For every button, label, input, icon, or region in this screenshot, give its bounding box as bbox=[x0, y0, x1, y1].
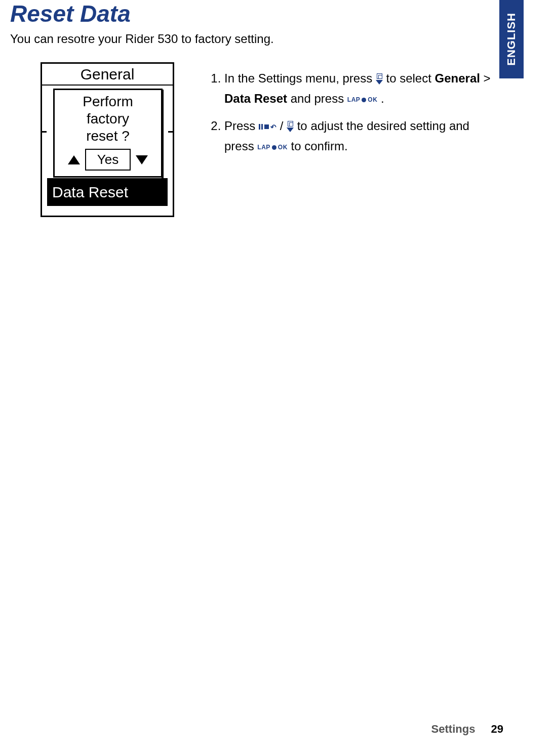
device-tick-left bbox=[41, 131, 47, 133]
page-footer: Settings 29 bbox=[431, 723, 503, 736]
up-arrow-icon bbox=[68, 155, 80, 164]
page-down-icon bbox=[287, 121, 294, 132]
down-arrow-icon bbox=[136, 155, 148, 164]
language-tab-label: ENGLISH bbox=[505, 13, 518, 66]
step-1-text-d: . bbox=[381, 92, 384, 105]
language-tab: ENGLISH bbox=[499, 0, 524, 78]
step-1-text-b: to select bbox=[386, 71, 435, 85]
ok-label: OK bbox=[368, 90, 377, 110]
footer-section: Settings bbox=[431, 723, 476, 735]
step-2-text-a: Press bbox=[224, 119, 259, 133]
intro-text: You can resotre your Rider 530 to factor… bbox=[10, 32, 274, 46]
device-dialog-option: Yes bbox=[85, 149, 131, 171]
stop-icon bbox=[264, 124, 269, 129]
lap-ok-icon: LAP OK bbox=[257, 137, 288, 157]
record-dot-icon bbox=[272, 145, 276, 150]
lap-ok-icon: LAP OK bbox=[347, 90, 378, 110]
device-screen-title: General bbox=[42, 64, 173, 86]
ok-label: OK bbox=[278, 137, 288, 157]
lap-label: LAP bbox=[257, 137, 270, 157]
dialog-line-3: reset ? bbox=[55, 128, 161, 145]
step-2-slash: / bbox=[280, 119, 287, 133]
step-1-text-c: and press bbox=[291, 92, 347, 105]
device-dialog: Perform factory reset ? Yes bbox=[53, 89, 163, 178]
step-1-gt: > bbox=[484, 71, 491, 85]
pause-stop-back-icon: ↶ bbox=[259, 124, 276, 130]
step-1-general: General bbox=[435, 71, 480, 85]
page-down-icon bbox=[376, 73, 383, 85]
pause-icon bbox=[259, 124, 263, 130]
device-screen-body: Data Reset Perform factory reset ? Yes bbox=[42, 86, 173, 216]
step-1: In the Settings menu, press to select Ge… bbox=[224, 68, 493, 110]
back-icon: ↶ bbox=[270, 124, 276, 130]
dialog-line-1: Perform bbox=[55, 93, 161, 110]
lap-label: LAP bbox=[347, 90, 361, 110]
step-1-datareset: Data Reset bbox=[224, 92, 287, 105]
record-dot-icon bbox=[362, 98, 366, 102]
manual-page: ENGLISH Reset Data You can resotre your … bbox=[0, 0, 554, 756]
device-screen: General Data Reset Perform factory reset… bbox=[41, 62, 174, 217]
step-2: Press ↶ / to adjust the desired setting … bbox=[224, 116, 493, 157]
dialog-line-2: factory bbox=[55, 110, 161, 128]
page-title: Reset Data bbox=[10, 0, 131, 27]
device-dialog-text: Perform factory reset ? bbox=[55, 90, 161, 145]
device-menu-selected: Data Reset bbox=[47, 178, 168, 206]
footer-page-number: 29 bbox=[491, 723, 503, 735]
instruction-steps: In the Settings menu, press to select Ge… bbox=[210, 68, 493, 163]
step-2-text-c: to confirm. bbox=[291, 139, 348, 153]
device-tick-right bbox=[168, 131, 174, 133]
step-1-text-a: In the Settings menu, press bbox=[224, 71, 376, 85]
device-dialog-options: Yes bbox=[55, 149, 161, 171]
